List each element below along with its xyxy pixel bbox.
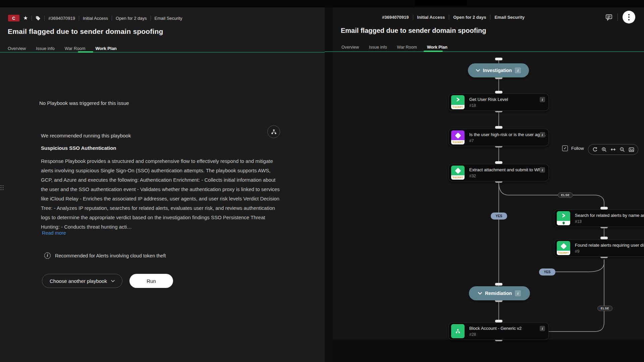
task-title: Found relate alerts requiring user disa.… [575, 243, 644, 248]
chevron-down-icon [478, 292, 482, 295]
app-window: C ★ #3694070919 Initial Access Open for … [0, 0, 644, 362]
bolt-icon: ϟ [452, 141, 454, 144]
top-strip-tab [415, 0, 467, 6]
task-id: #7 [469, 138, 548, 143]
info-icon[interactable]: i [540, 97, 545, 102]
recommendation-note-row: i Recommended for Alerts involving cloud… [44, 252, 166, 259]
task-node-extract-attachment[interactable]: ϟSCRIPT Extract attachment and submit to… [449, 164, 548, 181]
connector-stub [495, 161, 502, 164]
zoom-in-button[interactable] [600, 146, 608, 153]
panel-drag-handle[interactable] [0, 184, 4, 191]
workflow-edges [325, 7, 644, 362]
issue-header-row: C ★ #3694070919 Initial Access Open for … [8, 15, 182, 21]
vendor-logo-icon [562, 222, 565, 225]
issue-detail-panel: C ★ #3694070919 Initial Access Open for … [0, 7, 325, 362]
divider [151, 16, 151, 21]
divider [112, 16, 112, 21]
task-node-search-related-alerts[interactable]: Search for related alerts by name and...… [554, 210, 644, 227]
tag-icon[interactable] [36, 16, 41, 21]
divider [32, 16, 32, 21]
connector-stub [495, 91, 502, 94]
bolt-icon: ϟ [452, 176, 454, 179]
shared-window-bottom [333, 340, 644, 362]
task-title: Extract attachment and submit to WF... [469, 167, 548, 172]
issue-tactic: Initial Access [83, 16, 108, 21]
condition-task-icon: ϟSCRIPT [451, 130, 465, 144]
edge-label-yes: YES [539, 268, 555, 276]
recommendation-intro: We recommended running this playbook [41, 133, 131, 138]
playbook-task-icon [451, 324, 465, 338]
tab-underline-active [78, 51, 93, 53]
reset-view-button[interactable] [591, 146, 599, 153]
run-button[interactable]: Run [129, 274, 173, 288]
fit-screen-button[interactable] [628, 146, 635, 153]
playbook-name: Suspicious SSO Authentication [41, 145, 116, 151]
condition-task-icon: ϟSCRIPT [557, 241, 570, 255]
divider [79, 16, 79, 21]
task-node-found-related-alerts[interactable]: ϟSCRIPT Found relate alerts requiring us… [554, 240, 644, 256]
follow-checkbox[interactable]: ✓ [562, 145, 568, 151]
connector-stub [495, 126, 502, 129]
playbook-description: Response Playbook provides a structured … [41, 157, 280, 232]
info-icon: i [44, 252, 51, 259]
integration-task-icon [557, 211, 570, 225]
connector-stub [600, 237, 608, 239]
edge-label-else: ELSE [558, 192, 573, 198]
section-label: Investigation [483, 68, 512, 73]
section-label: Remidiation [485, 291, 512, 296]
zoom-out-button[interactable] [619, 146, 626, 153]
choose-playbook-button[interactable]: Choose another playbook [42, 274, 122, 288]
info-icon[interactable]: i [515, 290, 521, 296]
edge-label-yes: YES [491, 213, 507, 220]
task-title: Get User Risk Level [469, 97, 548, 102]
sitemap-icon [271, 129, 277, 135]
divider [44, 16, 45, 21]
task-title: Search for related alerts by name and... [575, 213, 644, 218]
playbook-preview-button[interactable] [267, 125, 280, 138]
task-node-get-user-risk-level[interactable]: ϟSCRIPT Get User Risk Level #18 i [449, 94, 548, 111]
task-title: Is the user high-risk or is the user age… [469, 132, 548, 137]
issue-category: Email Security [155, 16, 182, 21]
task-id: #9 [575, 249, 644, 254]
chevron-down-icon [111, 280, 115, 282]
task-id: #18 [469, 103, 548, 108]
script-task-icon: ϟSCRIPT [451, 95, 465, 109]
bolt-icon: ϟ [452, 106, 454, 109]
task-node-block-account[interactable]: Block Account - Generic v2 #28 i [449, 323, 548, 340]
task-id: #13 [575, 219, 644, 224]
connector-stub [600, 207, 608, 209]
fit-width-button[interactable] [609, 146, 617, 153]
condition-task-icon: ϟSCRIPT [451, 166, 465, 180]
issue-status: Open for 2 days [116, 16, 147, 21]
task-id: #28 [469, 332, 548, 337]
canvas-view-toolbar [588, 144, 638, 155]
edge-label-else: ELSE [597, 306, 612, 311]
info-icon[interactable]: i [540, 326, 545, 331]
work-plan-panel: #3694070919 Initial Access Open for 2 da… [325, 7, 644, 362]
info-icon[interactable]: i [540, 132, 545, 137]
connector-stub [495, 58, 502, 60]
no-playbook-message: No Playbook was triggered for this issue [39, 100, 129, 106]
section-investigation[interactable]: Investigation i [468, 63, 529, 77]
recommendation-note: Recommended for Alerts involving cloud t… [55, 253, 166, 258]
connector-stub [495, 320, 502, 322]
task-node-is-user-high-risk[interactable]: ϟSCRIPT Is the user high-risk or is the … [449, 129, 548, 146]
star-icon[interactable]: ★ [23, 15, 28, 21]
workflow-canvas[interactable]: Investigation i Remidiation i ϟSCRIPT Ge… [325, 7, 644, 362]
task-id: #32 [469, 174, 548, 178]
follow-control[interactable]: ✓ Follow [562, 145, 584, 151]
top-strip [0, 0, 644, 7]
tab-underline-track [0, 52, 325, 53]
severity-badge: C [8, 15, 19, 21]
follow-label: Follow [571, 146, 584, 151]
info-icon[interactable]: i [515, 67, 521, 73]
chevron-down-icon [476, 69, 480, 72]
page-title: Email flagged due to sender domain spoof… [8, 27, 163, 36]
section-remediation[interactable]: Remidiation i [469, 286, 530, 300]
task-title: Block Account - Generic v2 [469, 326, 548, 331]
connector-stub [495, 283, 502, 286]
info-icon[interactable]: i [540, 167, 545, 173]
issue-id: #3694070919 [48, 16, 75, 21]
bolt-icon: ϟ [558, 251, 560, 254]
read-more-link[interactable]: Read more [42, 230, 66, 236]
